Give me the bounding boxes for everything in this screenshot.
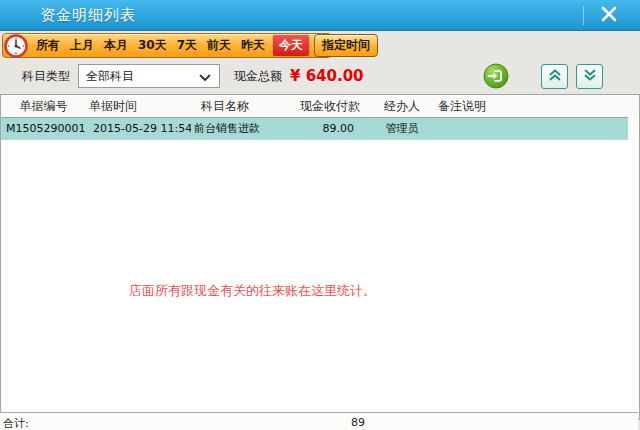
- col-header-amount[interactable]: 现金收付款: [296, 98, 366, 115]
- action-icons: [483, 63, 603, 89]
- double-chevron-down-icon: [583, 67, 597, 86]
- transaction-table: 单据编号 单据时间 科目名称 现金收付款 经办人 备注说明 M150529000…: [0, 94, 640, 420]
- filter-day-before-yesterday[interactable]: 前天: [202, 35, 236, 56]
- double-chevron-up-icon: [548, 67, 562, 86]
- cell-operator: 管理员: [366, 121, 438, 136]
- col-header-doc-no[interactable]: 单据编号: [1, 98, 86, 115]
- close-icon: [600, 5, 618, 27]
- page-title: 资金明细列表: [40, 6, 136, 25]
- table-row-selected[interactable]: M1505290001 2015-05-29 11:54:06 前台销售进款 8…: [1, 117, 628, 140]
- fund-detail-window: 资金明细列表 所有 上月 本月 30天 7天 前天 昨天 今天 指定时间: [0, 0, 640, 430]
- category-select[interactable]: 全部科目: [78, 64, 220, 88]
- filter-30-days[interactable]: 30天: [133, 35, 172, 56]
- col-header-operator[interactable]: 经办人: [366, 98, 438, 115]
- filter-today-active[interactable]: 今天: [273, 35, 309, 56]
- clock-icon: [4, 34, 28, 58]
- titlebar-divider: [583, 6, 584, 25]
- footer-total-label: 合计:: [3, 416, 29, 430]
- filter-custom-range-button[interactable]: 指定时间: [314, 34, 378, 57]
- col-header-account[interactable]: 科目名称: [191, 98, 296, 115]
- table-header-row: 单据编号 单据时间 科目名称 现金收付款 经办人 备注说明: [1, 95, 639, 117]
- cash-total-amount: ¥ 640.00: [290, 67, 364, 85]
- footer-totals-bar: 合计: 89: [0, 412, 638, 430]
- filter-bar: 科目类型 全部科目 现金总额 ¥ 640.00: [0, 58, 640, 94]
- chevron-down-icon: [199, 67, 211, 86]
- cell-doc-no: M1505290001: [1, 122, 86, 135]
- filter-last-month[interactable]: 上月: [65, 35, 99, 56]
- filter-yesterday[interactable]: 昨天: [236, 35, 270, 56]
- scroll-to-top-button[interactable]: [541, 64, 568, 89]
- cell-account: 前台销售进款: [191, 121, 296, 136]
- title-bar: 资金明细列表: [0, 0, 640, 31]
- footer-total-value: 89: [351, 416, 365, 429]
- filter-this-month[interactable]: 本月: [99, 35, 133, 56]
- close-button[interactable]: [592, 4, 626, 28]
- filter-all[interactable]: 所有: [31, 35, 65, 56]
- col-header-doc-time[interactable]: 单据时间: [86, 98, 191, 115]
- category-select-value: 全部科目: [86, 68, 134, 85]
- scroll-to-bottom-button[interactable]: [576, 64, 603, 89]
- hint-text: 店面所有跟现金有关的往来账在这里统计。: [129, 282, 376, 300]
- filter-7-days[interactable]: 7天: [172, 35, 202, 56]
- cash-total-label: 现金总额: [234, 68, 282, 85]
- category-label: 科目类型: [22, 68, 70, 85]
- refresh-import-icon[interactable]: [483, 63, 509, 89]
- date-filter-toolbar: 所有 上月 本月 30天 7天 前天 昨天 今天 指定时间: [2, 33, 332, 58]
- cell-amount: 89.00: [296, 122, 366, 135]
- col-header-remarks[interactable]: 备注说明: [438, 98, 639, 115]
- cell-doc-time: 2015-05-29 11:54:06: [86, 122, 191, 135]
